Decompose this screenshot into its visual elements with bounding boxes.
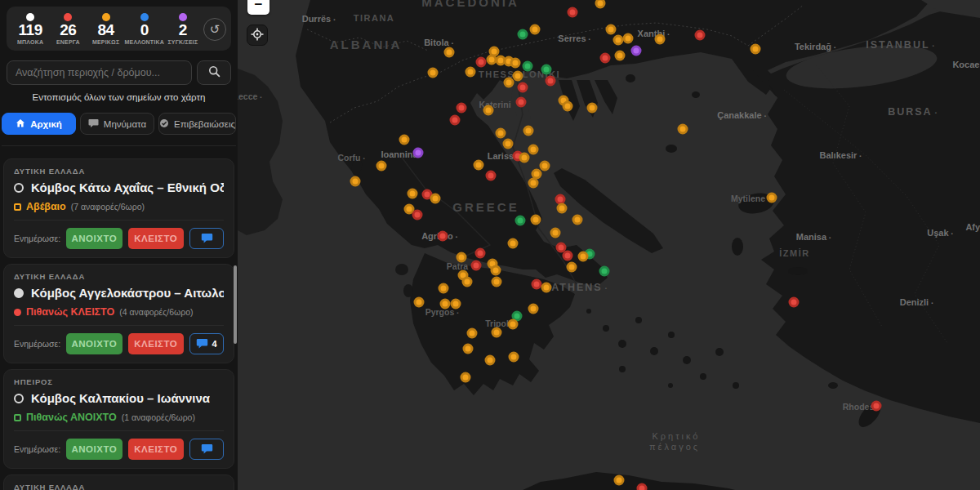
map-marker[interactable] xyxy=(530,24,541,35)
map-marker[interactable] xyxy=(496,128,506,139)
map-marker[interactable] xyxy=(492,327,502,338)
map-marker[interactable] xyxy=(451,299,461,310)
tab-confirmations[interactable]: Επιβεβαιώσεις xyxy=(158,113,236,135)
map-marker[interactable] xyxy=(789,297,800,308)
map-zoom-out-button[interactable]: − xyxy=(247,0,270,15)
map-marker[interactable] xyxy=(439,283,449,294)
map-marker[interactable] xyxy=(503,139,514,149)
map-marker[interactable] xyxy=(572,215,583,225)
map-marker[interactable] xyxy=(438,231,448,242)
map-marker[interactable] xyxy=(408,189,418,199)
map-marker[interactable] xyxy=(350,176,361,187)
map-marker[interactable] xyxy=(613,35,624,46)
map-marker[interactable] xyxy=(695,30,706,41)
map-marker[interactable] xyxy=(457,252,467,263)
map-marker[interactable] xyxy=(518,82,528,93)
map-marker[interactable] xyxy=(471,261,482,271)
map-marker[interactable] xyxy=(508,319,519,330)
map-marker[interactable] xyxy=(483,105,494,116)
map-marker[interactable] xyxy=(567,262,577,273)
map-marker[interactable] xyxy=(550,228,561,238)
map-marker[interactable] xyxy=(513,71,523,82)
map-marker[interactable] xyxy=(637,483,648,490)
map-marker[interactable] xyxy=(528,145,539,155)
map-marker[interactable] xyxy=(568,7,578,18)
map-marker[interactable] xyxy=(509,352,519,363)
map-marker[interactable] xyxy=(504,78,514,88)
map-marker[interactable] xyxy=(413,148,424,158)
map-marker[interactable] xyxy=(399,135,410,145)
locate-all-link[interactable]: Εντοπισμός όλων των σημείων στο χάρτη xyxy=(0,92,238,102)
map-marker[interactable] xyxy=(540,161,550,172)
map-marker[interactable] xyxy=(430,194,441,204)
map-marker[interactable] xyxy=(541,65,552,75)
map-marker[interactable] xyxy=(466,67,476,78)
search-button[interactable] xyxy=(197,60,231,85)
map-marker[interactable] xyxy=(440,299,451,310)
map-marker[interactable] xyxy=(615,51,626,61)
map-marker[interactable] xyxy=(476,57,487,68)
closed-button[interactable]: ΚΛΕΙΣΤΟ xyxy=(128,333,184,354)
map-marker[interactable] xyxy=(600,53,611,64)
map-marker[interactable] xyxy=(467,328,478,339)
map-marker[interactable] xyxy=(523,61,533,72)
map-marker[interactable] xyxy=(587,103,598,114)
comment-button[interactable] xyxy=(189,439,224,460)
comment-button[interactable]: 4 xyxy=(189,333,224,354)
map-marker[interactable] xyxy=(519,153,530,163)
closed-button[interactable]: ΚΛΕΙΣΤΟ xyxy=(128,228,184,249)
open-button[interactable]: ΑΝΟΙΧΤΟ xyxy=(66,333,122,354)
map-marker[interactable] xyxy=(528,304,539,314)
map-canvas[interactable]: LecceDurrësTIRANAMACEDONIAALBANIABitolaS… xyxy=(238,0,980,490)
map-marker[interactable] xyxy=(599,266,610,277)
open-button[interactable]: ΑΝΟΙΧΤΟ xyxy=(66,439,122,460)
map-marker[interactable] xyxy=(516,97,527,108)
map-marker[interactable] xyxy=(450,115,461,126)
map-marker[interactable] xyxy=(474,160,484,171)
map-marker[interactable] xyxy=(492,277,502,287)
map-marker[interactable] xyxy=(428,68,439,78)
map-marker[interactable] xyxy=(606,24,617,35)
map-marker[interactable] xyxy=(518,29,528,40)
map-marker[interactable] xyxy=(457,103,467,114)
map-marker[interactable] xyxy=(523,126,534,136)
map-marker[interactable] xyxy=(475,248,486,259)
tab-messages[interactable]: Μηνύματα xyxy=(80,113,154,135)
map-marker[interactable] xyxy=(515,216,526,226)
open-button[interactable]: ΑΝΟΙΧΤΟ xyxy=(66,228,122,249)
map-marker[interactable] xyxy=(376,161,387,172)
map-marker[interactable] xyxy=(461,372,471,383)
map-marker[interactable] xyxy=(491,265,501,276)
map-marker[interactable] xyxy=(462,277,473,287)
closed-button[interactable]: ΚΛΕΙΣΤΟ xyxy=(128,439,184,460)
map-marker[interactable] xyxy=(751,44,761,55)
map-marker[interactable] xyxy=(678,124,688,135)
map-marker[interactable] xyxy=(557,203,568,214)
tab-home[interactable]: Αρχική xyxy=(2,113,76,135)
map-marker[interactable] xyxy=(485,355,496,366)
map-marker[interactable] xyxy=(623,33,634,44)
map-marker[interactable] xyxy=(412,210,423,220)
sidebar-scrollbar-thumb[interactable] xyxy=(234,265,237,344)
map-marker[interactable] xyxy=(463,344,474,354)
map-marker[interactable] xyxy=(510,58,521,69)
map-marker[interactable] xyxy=(614,475,625,486)
map-marker[interactable] xyxy=(531,215,541,225)
map-marker[interactable] xyxy=(631,46,642,56)
map-marker[interactable] xyxy=(563,251,573,261)
map-marker[interactable] xyxy=(444,47,455,58)
map-marker[interactable] xyxy=(414,297,425,308)
map-marker[interactable] xyxy=(578,252,589,262)
map-marker[interactable] xyxy=(508,238,519,249)
map-marker[interactable] xyxy=(563,101,573,112)
map-marker[interactable] xyxy=(767,193,777,203)
search-input[interactable] xyxy=(7,60,192,85)
map-locate-button[interactable] xyxy=(247,24,268,46)
comment-button[interactable] xyxy=(189,228,224,249)
refresh-button[interactable]: ↺ xyxy=(203,18,226,41)
map-marker[interactable] xyxy=(486,171,497,181)
map-marker[interactable] xyxy=(528,178,539,189)
map-marker[interactable] xyxy=(546,76,556,87)
map-marker[interactable] xyxy=(871,401,882,412)
map-marker[interactable] xyxy=(541,283,552,293)
